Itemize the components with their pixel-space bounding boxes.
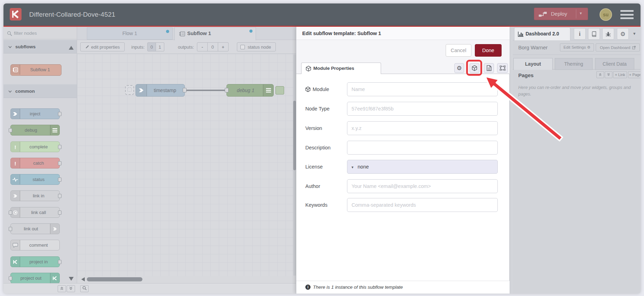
sidebar-splitter[interactable]: [509, 27, 513, 294]
palette-node-complete[interactable]: ! complete: [10, 141, 60, 152]
vscroll-track[interactable]: [293, 55, 296, 276]
palette-node-catch[interactable]: ! catch: [10, 158, 60, 168]
input-port: [9, 128, 12, 132]
palette-scroll-down-icon[interactable]: [69, 277, 74, 281]
palette-category-common[interactable]: common: [3, 84, 77, 98]
external-link-icon: [632, 46, 636, 49]
edit-properties-button[interactable]: edit properties: [80, 42, 125, 51]
deploy-caret-icon[interactable]: ▾: [580, 11, 582, 16]
debug-tab-button[interactable]: [602, 28, 614, 40]
palette-category-subflows[interactable]: subflows: [3, 40, 77, 54]
subflow-icon: [179, 31, 185, 36]
collapse-all-button[interactable]: [58, 285, 66, 292]
edit-settings-button[interactable]: Edit Settings ⚙: [560, 43, 594, 51]
outputs-value[interactable]: 0: [207, 42, 218, 51]
move-down-button[interactable]: [605, 71, 612, 78]
chevron-down-icon: [8, 90, 12, 93]
appearance-button[interactable]: [497, 63, 508, 73]
pencil-icon: [85, 45, 89, 49]
palette-node-inject[interactable]: inject: [10, 108, 60, 119]
gear-icon: ⚙: [587, 45, 591, 49]
node-red-window: Different-Collared-Dove-4521 Deploy ▾ su…: [3, 3, 641, 294]
wire: [185, 90, 227, 91]
right-sidebar: Dashboard 2.0 i ⚙ ▾ Borg Warner Edit Set…: [513, 27, 641, 294]
output-port[interactable]: [183, 88, 187, 92]
status-node-toggle[interactable]: status node: [237, 42, 276, 51]
gear-icon: ⚙: [456, 65, 462, 72]
field-label: License: [305, 164, 323, 170]
deploy-icon: [539, 12, 547, 18]
inputs-0-button[interactable]: 0: [147, 42, 156, 51]
palette-node-project-in[interactable]: project in: [10, 256, 60, 267]
info-circle-icon: i: [305, 285, 311, 290]
config-tab-button[interactable]: ⚙: [617, 28, 629, 40]
sidebar-more-caret-icon[interactable]: ▾: [633, 31, 636, 36]
canvas-node-debug1[interactable]: debug 1: [226, 84, 274, 97]
magnifier-icon: [82, 286, 87, 290]
info-icon: i: [579, 31, 580, 37]
user-avatar[interactable]: su: [600, 8, 612, 21]
keywords-input[interactable]: [347, 198, 498, 212]
output-port: [58, 211, 61, 215]
open-dashboard-button[interactable]: Open Dashboard: [596, 43, 640, 51]
palette-scroll-up-icon[interactable]: [69, 46, 74, 50]
input-port[interactable]: [225, 88, 229, 92]
palette-node-subflow1[interactable]: Subflow 1: [10, 64, 61, 76]
info-tab-button[interactable]: i: [574, 28, 586, 40]
done-button[interactable]: Done: [475, 44, 502, 57]
output-port: [58, 161, 61, 165]
hscroll-thumb[interactable]: [87, 277, 142, 281]
app-header: Different-Collared-Dove-4521 Deploy ▾ su: [3, 3, 641, 26]
tab-layout[interactable]: Layout: [513, 58, 553, 70]
tab-subflow-1[interactable]: Subflow 1: [174, 27, 256, 40]
outputs-plus-button[interactable]: +: [218, 42, 229, 51]
cube-icon: [305, 87, 311, 92]
debug-enable-toggle[interactable]: [275, 86, 284, 94]
subflow-toolbar: edit properties inputs: 0 1 outputs: - 0…: [77, 40, 296, 54]
output-port: [58, 145, 61, 149]
license-value: none: [358, 164, 369, 170]
inputs-1-button[interactable]: 1: [156, 42, 164, 51]
outputs-label: outputs:: [178, 44, 194, 50]
outputs-minus-button[interactable]: -: [197, 42, 208, 51]
palette-node-project-out[interactable]: project out: [10, 273, 60, 283]
tab-client-data[interactable]: Client Data: [595, 58, 634, 70]
description-button[interactable]: [484, 63, 494, 73]
add-link-button[interactable]: + Link: [613, 71, 627, 78]
add-page-button[interactable]: + Page: [628, 71, 641, 78]
palette-node-link-in[interactable]: link in: [10, 190, 60, 201]
bug-icon: [606, 31, 611, 37]
palette-node-link-call[interactable]: link call: [10, 207, 60, 218]
expand-all-button[interactable]: [67, 285, 75, 292]
main-menu-icon[interactable]: [620, 10, 634, 19]
field-label: Author: [305, 183, 320, 189]
input-port: [9, 211, 12, 215]
palette-node-link-out[interactable]: link out: [10, 223, 60, 234]
hscroll-left-arrow[interactable]: [81, 277, 85, 281]
move-up-button[interactable]: [596, 71, 604, 78]
output-port: [58, 112, 61, 116]
properties-gear-button[interactable]: ⚙: [454, 63, 464, 73]
dashboard-name: Borg Warner: [518, 44, 547, 50]
vscroll-thumb[interactable]: [293, 101, 296, 170]
tab-flow-1[interactable]: Flow 1: [87, 27, 173, 40]
tab-theming[interactable]: Theming: [555, 58, 593, 70]
unsaved-dot: [249, 30, 253, 33]
help-tab-button[interactable]: [588, 28, 600, 40]
tab-module-properties[interactable]: Module Properties: [301, 63, 381, 74]
deploy-button[interactable]: Deploy ▾: [534, 8, 588, 20]
author-input[interactable]: [347, 179, 498, 193]
palette-search[interactable]: filter nodes: [3, 28, 77, 39]
palette-node-status[interactable]: status: [10, 174, 60, 185]
dialog-footer: i There is 1 instance of this subflow te…: [296, 281, 510, 294]
tab-dashboard-2[interactable]: Dashboard 2.0: [514, 27, 570, 40]
canvas-node-timestamp[interactable]: timestamp: [135, 84, 185, 97]
palette-node-comment[interactable]: comment: [10, 240, 60, 250]
palette-footer: [3, 283, 77, 294]
dashboard-subtabs: Layout Theming Client Data: [513, 55, 641, 69]
license-dropdown[interactable]: ▾none: [347, 160, 498, 174]
canvas-footer: [77, 283, 296, 294]
cancel-button[interactable]: Cancel: [446, 44, 471, 57]
zoom-search-button[interactable]: [80, 285, 89, 292]
palette-node-debug[interactable]: debug: [10, 125, 60, 135]
